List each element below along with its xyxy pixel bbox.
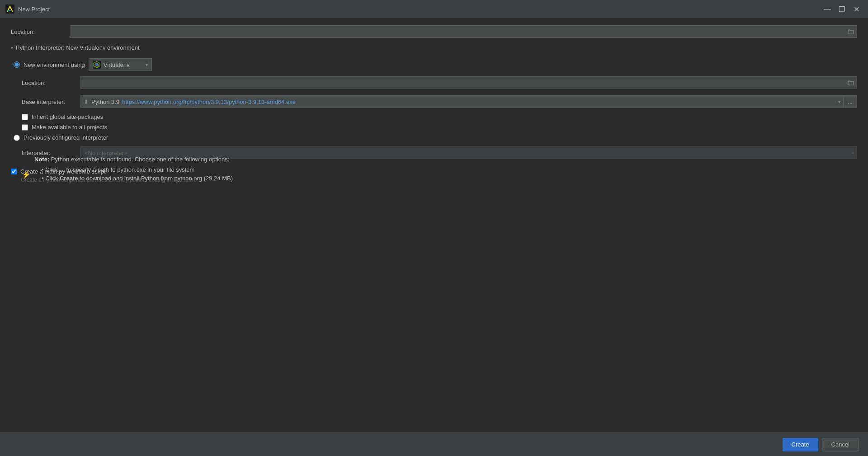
- indented-section: Location: Base interpreter: ⬇ Python 3.9…: [22, 76, 857, 131]
- close-button[interactable]: ✕: [850, 3, 863, 15]
- minimize-button[interactable]: —: [821, 3, 834, 15]
- note-body: Python executable is not found. Choose o…: [51, 156, 230, 163]
- title-bar-left: New Project: [5, 5, 50, 14]
- svg-rect-2: [7, 10, 11, 11]
- virtualenv-dropdown[interactable]: Virtualenv ▾: [89, 58, 152, 71]
- svg-point-6: [95, 63, 98, 66]
- title-bar: New Project — ❐ ✕: [0, 0, 868, 18]
- prev-interpreter-arrow-icon: ▾: [852, 150, 854, 155]
- bottom-bar: Create Cancel: [0, 432, 868, 456]
- note-item-1: • Click ... to specify a path to python.…: [42, 166, 868, 173]
- note-item-2: • Click Create to download and install P…: [42, 175, 868, 182]
- virtualenv-label: Virtualenv: [104, 61, 130, 68]
- note-ellipsis-bold: ...: [60, 166, 65, 173]
- inner-folder-icon: [848, 80, 854, 86]
- base-interpreter-row: Base interpreter: ⬇ Python 3.9 https://w…: [22, 95, 857, 108]
- interpreter-python-name: Python 3.9: [91, 99, 119, 105]
- inner-location-input-wrap: [80, 76, 857, 89]
- main-content: Location: ▾ Python Interpreter: New Virt…: [0, 18, 868, 432]
- interpreter-ellipsis-button[interactable]: ...: [844, 95, 857, 108]
- inner-location-folder-button[interactable]: [845, 77, 856, 88]
- new-environment-label: New environment using: [24, 61, 85, 68]
- welcome-script-checkbox[interactable]: [11, 169, 17, 174]
- restore-button[interactable]: ❐: [835, 3, 848, 15]
- svg-rect-3: [848, 30, 854, 34]
- title-bar-title: New Project: [18, 6, 50, 13]
- inner-location-row: Location:: [22, 76, 857, 89]
- download-icon: ⬇: [81, 99, 91, 105]
- section-title: Python Interpreter: New Virtualenv envir…: [16, 44, 140, 51]
- create-button[interactable]: Create: [783, 438, 818, 451]
- inner-location-input[interactable]: [80, 76, 857, 89]
- previously-configured-section: Previously configured interpreter Interp…: [11, 134, 857, 159]
- make-available-label: Make available to all projects: [32, 124, 107, 131]
- note-section: ⚡ Note: Python executable is not found. …: [22, 156, 868, 182]
- title-bar-controls: — ❐ ✕: [821, 3, 863, 15]
- no-interpreter-text: <No interpreter>: [85, 150, 127, 156]
- make-available-checkbox[interactable]: [22, 124, 28, 131]
- prev-interpreter-label: Interpreter:: [22, 150, 80, 156]
- note-bold-label: Note:: [34, 156, 49, 163]
- previously-configured-radio-row: Previously configured interpreter: [11, 134, 857, 141]
- top-location-label: Location:: [11, 28, 70, 35]
- note-text: Note: Python executable is not found. Ch…: [34, 156, 868, 163]
- cancel-button[interactable]: Cancel: [822, 438, 859, 451]
- top-location-input[interactable]: [70, 25, 857, 38]
- section-chevron-icon: ▾: [11, 45, 13, 50]
- note-item-1-text: to specify a path to python.exe in your …: [66, 166, 194, 173]
- note-item-2-text: to download and install Python from pyth…: [80, 175, 233, 182]
- new-environment-radio-row: New environment using Virtualenv ▾: [11, 58, 857, 71]
- folder-icon: [848, 28, 854, 35]
- inherit-global-label: Inherit global site-packages: [32, 113, 103, 120]
- top-location-input-wrap: [70, 25, 857, 38]
- base-interpreter-select[interactable]: ⬇ Python 3.9 https://www.python.org/ftp/…: [80, 95, 844, 108]
- new-environment-radio[interactable]: [14, 61, 20, 68]
- inner-location-label: Location:: [22, 80, 80, 86]
- virtualenv-logo-icon: [93, 61, 101, 69]
- note-list: • Click ... to specify a path to python.…: [34, 166, 868, 182]
- lightning-icon: ⚡: [22, 170, 31, 179]
- inherit-global-checkbox[interactable]: [22, 114, 28, 120]
- base-interpreter-label: Base interpreter:: [22, 99, 80, 105]
- python-interpreter-section-header[interactable]: ▾ Python Interpreter: New Virtualenv env…: [11, 44, 857, 51]
- virtualenv-icon: [93, 61, 101, 69]
- pycharm-logo-icon: [5, 5, 14, 14]
- make-available-checkbox-row: Make available to all projects: [22, 124, 857, 131]
- interpreter-python-url: https://www.python.org/ftp/python/3.9.13…: [122, 99, 296, 105]
- interpreter-dropdown-arrow-icon: ▾: [838, 99, 840, 104]
- svg-rect-8: [848, 81, 854, 85]
- previously-configured-radio[interactable]: [14, 135, 20, 141]
- note-create-bold: Create: [60, 175, 78, 182]
- inherit-global-checkbox-row: Inherit global site-packages: [22, 113, 857, 120]
- virtualenv-dropdown-arrow-icon: ▾: [146, 62, 148, 67]
- top-location-folder-button[interactable]: [845, 26, 856, 37]
- top-location-row: Location:: [11, 25, 857, 38]
- previously-configured-label: Previously configured interpreter: [24, 134, 108, 141]
